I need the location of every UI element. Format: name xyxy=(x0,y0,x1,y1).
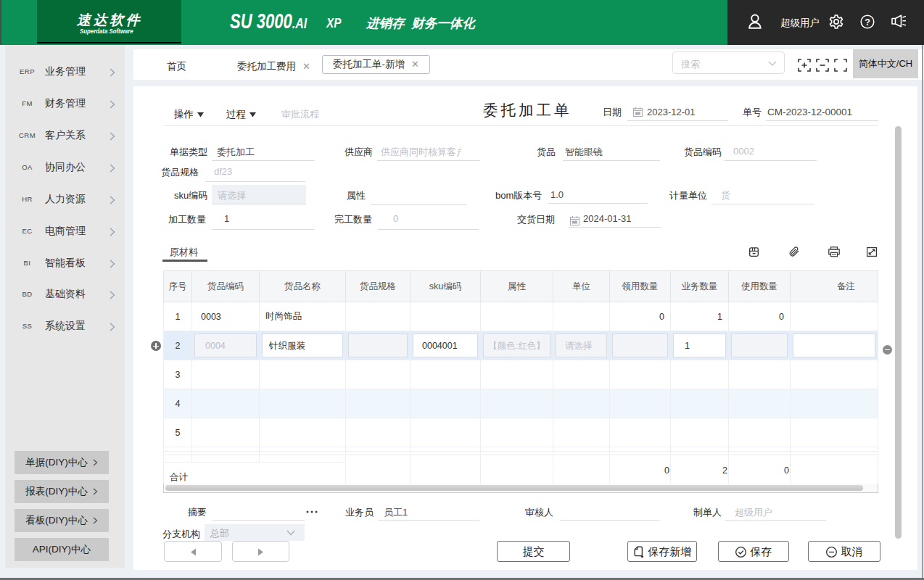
svg-text:?: ? xyxy=(865,17,870,28)
